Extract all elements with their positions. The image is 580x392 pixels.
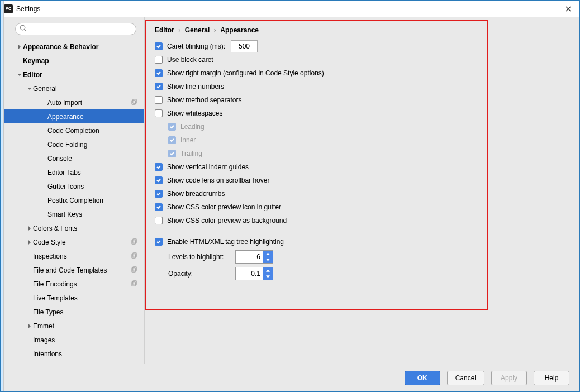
use-block-caret-checkbox[interactable] [155,56,163,64]
svg-rect-2 [132,100,135,104]
dialog-footer: OK Cancel Apply Help [1,364,579,391]
trailing-checkbox [168,150,176,157]
tree-item-label: Editor Tabs [47,169,81,176]
svg-rect-7 [133,266,136,270]
tree-item-appearance[interactable]: Appearance [4,109,144,123]
css-background-checkbox[interactable] [155,217,163,224]
tree-item-label: General [33,85,57,93]
titlebar: PC Settings [1,1,579,17]
caret-blinking-label: Caret blinking (ms): [167,42,225,50]
tree-item-auto-import[interactable]: Auto Import [4,95,144,109]
tree-item-gutter-icons[interactable]: Gutter Icons [4,179,144,193]
spinner-up-icon[interactable] [263,267,273,274]
chevron-right-icon [26,324,33,328]
tree-item-label: Live Templates [33,294,78,302]
copy-icon [131,266,137,274]
tree-item-file-types[interactable]: File Types [4,305,144,319]
search-input[interactable] [15,23,136,35]
code-lens-checkbox[interactable] [155,176,163,184]
tree-item-label: Colors & Fonts [33,224,77,232]
tree-item-smart-keys[interactable]: Smart Keys [4,207,144,221]
tree-item-keymap[interactable]: Keymap [4,54,144,68]
breadcrumb-part: General [185,26,210,34]
show-whitespaces-label: Show whitespaces [167,109,222,117]
show-right-margin-checkbox[interactable] [155,69,163,77]
tree-item-colors-fonts[interactable]: Colors & Fonts [4,221,144,235]
tree-item-code-folding[interactable]: Code Folding [4,137,144,151]
tree-item-label: Auto Import [47,99,82,107]
app-icon: PC [4,4,13,13]
tree-item-label: Code Folding [47,141,87,149]
chevron-down-icon [26,87,33,91]
caret-blinking-checkbox[interactable] [155,42,163,50]
svg-rect-6 [132,254,135,257]
opacity-spinner[interactable] [235,267,273,280]
window-title: Settings [16,5,560,13]
copy-icon [131,280,137,288]
tree-item-general[interactable]: General [4,82,144,95]
tree-item-live-templates[interactable]: Live Templates [4,291,144,305]
tree-item-intentions[interactable]: Intentions [4,347,144,361]
left-edge-strip [1,1,4,391]
tree-item-editor-tabs[interactable]: Editor Tabs [4,165,144,179]
tree-item-editor[interactable]: Editor [4,68,144,82]
cancel-button[interactable]: Cancel [447,371,484,385]
tree-item-file-encodings[interactable]: File Encodings [4,277,144,291]
tree-item-emmet[interactable]: Emmet [4,319,144,333]
caret-blinking-input[interactable] [231,40,258,52]
tree-item-label: Intentions [33,350,62,358]
search-icon [20,25,27,34]
main-panel: Editor › General › Appearance Caret blin… [145,17,579,364]
levels-input[interactable] [236,251,263,263]
svg-point-0 [20,25,25,30]
chevron-right-icon [16,45,23,49]
svg-rect-8 [132,267,135,271]
opacity-label: Opacity: [168,270,235,278]
svg-rect-4 [132,240,135,243]
apply-button[interactable]: Apply [491,371,527,385]
tree-item-label: Editor [23,71,42,79]
css-gutter-checkbox[interactable] [155,203,163,211]
levels-spinner[interactable] [235,250,273,264]
enable-html-xml-checkbox[interactable] [155,238,163,246]
tree-item-postfix-completion[interactable]: Postfix Completion [4,193,144,207]
tree-item-label: Code Completion [47,127,99,135]
levels-label: Levels to highlight: [168,253,235,261]
spinner-down-icon[interactable] [263,257,273,264]
show-method-separators-label: Show method separators [167,96,241,104]
tree-item-code-completion[interactable]: Code Completion [4,123,144,137]
opacity-input[interactable] [236,267,263,280]
copy-icon [131,99,137,107]
help-button[interactable]: Help [534,371,569,385]
tree-item-file-and-code-templates[interactable]: File and Code Templates [4,263,144,277]
tree-item-console[interactable]: Console [4,151,144,165]
tree-item-label: Postfix Completion [47,197,103,204]
tree-item-label: Gutter Icons [47,183,84,190]
spinner-down-icon[interactable] [263,274,273,280]
chevron-right-icon [26,226,33,231]
settings-dialog: PC Settings Appearance & BehaviorKeymapE… [0,0,580,392]
close-button[interactable] [560,3,576,15]
leading-checkbox [168,123,176,131]
settings-tree: Appearance & BehaviorKeymapEditorGeneral… [4,40,144,364]
tree-item-code-style[interactable]: Code Style [4,235,144,249]
show-whitespaces-checkbox[interactable] [155,109,163,117]
copy-icon [131,252,137,260]
tree-item-label: Appearance & Behavior [23,43,98,51]
svg-rect-9 [133,280,136,284]
tree-item-inspections[interactable]: Inspections [4,249,144,263]
tree-item-images[interactable]: Images [4,333,144,347]
tree-item-appearance-behavior[interactable]: Appearance & Behavior [4,40,144,54]
enable-html-xml-label: Enable HTML/XML tag tree highlighting [167,238,284,246]
breadcrumb-part: Editor [155,26,174,34]
breadcrumbs-checkbox[interactable] [155,190,163,198]
css-background-label: Show CSS color preview as background [167,217,287,224]
show-method-separators-checkbox[interactable] [155,96,163,104]
spinner-up-icon[interactable] [263,251,273,257]
show-line-numbers-checkbox[interactable] [155,83,163,90]
ok-button[interactable]: OK [405,371,440,385]
code-lens-label: Show code lens on scrollbar hover [167,176,269,184]
vertical-indent-label: Show vertical indent guides [167,163,249,171]
vertical-indent-checkbox[interactable] [155,163,163,171]
show-line-numbers-label: Show line numbers [167,83,224,90]
